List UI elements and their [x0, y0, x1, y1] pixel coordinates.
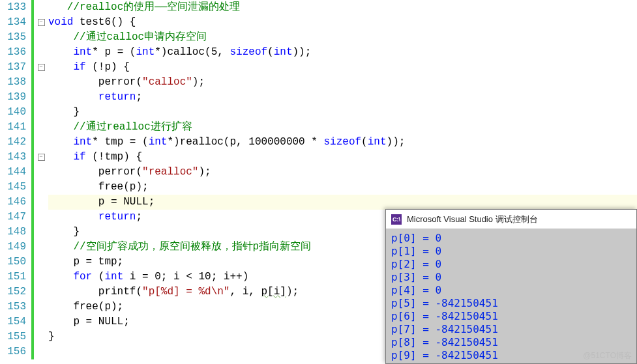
console-line: p[8] = -842150451	[391, 336, 631, 349]
code-token: //通过realloc进行扩容	[73, 121, 192, 133]
console-line: p[4] = 0	[391, 284, 631, 297]
code-line[interactable]: //realloc的使用——空间泄漏的处理	[48, 0, 637, 15]
fold-minus-icon[interactable]: −	[38, 154, 45, 161]
debug-console-window[interactable]: C:\ Microsoft Visual Studio 调试控制台 p[0] =…	[385, 209, 637, 364]
code-token: ));	[293, 46, 312, 58]
bar-row	[31, 240, 48, 255]
console-icon: C:\	[391, 214, 402, 225]
code-token: "calloc"	[142, 76, 192, 88]
console-line: p[5] = -842150451	[391, 297, 631, 310]
code-token	[48, 136, 73, 148]
fold-cell[interactable]: −	[34, 60, 48, 75]
code-line[interactable]: //通过realloc进行扩容	[48, 120, 637, 135]
code-line[interactable]: p = NULL;	[48, 195, 637, 210]
code-token: int	[136, 46, 155, 58]
fold-cell	[34, 210, 48, 225]
bar-row	[31, 270, 48, 285]
code-token: free(p);	[48, 181, 149, 193]
fold-cell	[34, 195, 48, 210]
line-number: 140	[3, 105, 26, 120]
fold-minus-icon[interactable]: −	[38, 19, 45, 26]
console-titlebar[interactable]: C:\ Microsoft Visual Studio 调试控制台	[386, 210, 636, 229]
code-token: //通过calloc申请内存空间	[73, 31, 207, 43]
code-token: sizeof	[324, 136, 362, 148]
bar-row	[31, 0, 48, 15]
fold-minus-icon[interactable]: −	[38, 64, 45, 71]
code-token: int	[274, 46, 293, 58]
bar-row	[31, 45, 48, 60]
fold-cell	[34, 300, 48, 315]
bar-row	[31, 120, 48, 135]
line-number: 139	[3, 90, 26, 105]
code-token: int	[149, 136, 168, 148]
code-token	[48, 46, 73, 58]
fold-cell	[34, 315, 48, 329]
line-number: 151	[3, 270, 26, 285]
fold-cell[interactable]: −	[34, 15, 48, 30]
line-number-gutter: 1331341351361371381391401411421431441451…	[0, 0, 31, 364]
code-line[interactable]: //通过calloc申请内存空间	[48, 30, 637, 45]
bar-row	[31, 285, 48, 300]
code-token: //空间扩容成功，原空间被释放，指针p指向新空间	[73, 241, 311, 253]
code-token: * tmp = (	[92, 136, 148, 148]
code-token	[48, 121, 73, 133]
code-token: int	[368, 136, 387, 148]
code-token: p[i]	[261, 286, 286, 298]
fold-cell	[34, 270, 48, 285]
code-line[interactable]: void test6() {	[48, 15, 637, 30]
code-line[interactable]: perror("realloc");	[48, 165, 637, 180]
console-line: p[3] = 0	[391, 271, 631, 284]
code-token: );	[198, 166, 211, 178]
code-line[interactable]: }	[48, 105, 637, 120]
bar-row	[31, 90, 48, 105]
code-line[interactable]: if (!tmp) {	[48, 150, 637, 165]
bar-row	[31, 105, 48, 120]
line-number: 150	[3, 255, 26, 270]
code-line[interactable]: return;	[48, 90, 637, 105]
line-number: 155	[3, 329, 26, 344]
console-line: p[1] = 0	[391, 245, 631, 258]
code-line[interactable]: int* tmp = (int*)realloc(p, 100000000 * …	[48, 135, 637, 150]
watermark-text: @51CTO博客	[583, 350, 632, 361]
code-token: int	[104, 271, 123, 283]
fold-cell[interactable]: −	[34, 150, 48, 165]
line-number: 138	[3, 75, 26, 90]
bar-row	[31, 225, 48, 240]
line-number: 152	[3, 285, 26, 300]
code-token	[48, 1, 67, 13]
code-token: return	[98, 91, 136, 103]
code-token: );	[286, 286, 299, 298]
code-token	[48, 271, 73, 283]
fold-cell	[34, 90, 48, 105]
code-token: void	[48, 16, 73, 28]
code-token: for	[73, 271, 92, 283]
line-number: 156	[3, 344, 26, 359]
code-line[interactable]: perror("calloc");	[48, 75, 637, 90]
change-and-fold-bar: −−−	[31, 0, 48, 364]
bar-row	[31, 195, 48, 210]
line-number: 145	[3, 180, 26, 195]
bar-row	[31, 75, 48, 90]
fold-cell	[34, 225, 48, 240]
console-line: p[2] = 0	[391, 258, 631, 271]
code-token: int	[73, 136, 92, 148]
code-token	[48, 241, 73, 253]
code-line[interactable]: free(p);	[48, 180, 637, 195]
fold-cell	[34, 45, 48, 60]
bar-row: −	[31, 15, 48, 30]
line-number: 137	[3, 60, 26, 75]
line-number: 143	[3, 150, 26, 165]
code-token: *)calloc(5,	[155, 46, 230, 58]
code-token: "p[%d] = %d\n"	[142, 286, 230, 298]
code-token: *)realloc(p, 100000000 *	[167, 136, 323, 148]
code-token	[48, 31, 73, 43]
code-token: (	[267, 46, 274, 58]
code-token: if	[73, 151, 85, 163]
fold-cell	[34, 285, 48, 300]
bar-row	[31, 344, 48, 359]
code-line[interactable]: int* p = (int*)calloc(5, sizeof(int));	[48, 45, 637, 60]
code-token: }	[48, 226, 80, 238]
code-line[interactable]: if (!p) {	[48, 60, 637, 75]
bar-row	[31, 30, 48, 45]
code-token: }	[48, 106, 80, 118]
